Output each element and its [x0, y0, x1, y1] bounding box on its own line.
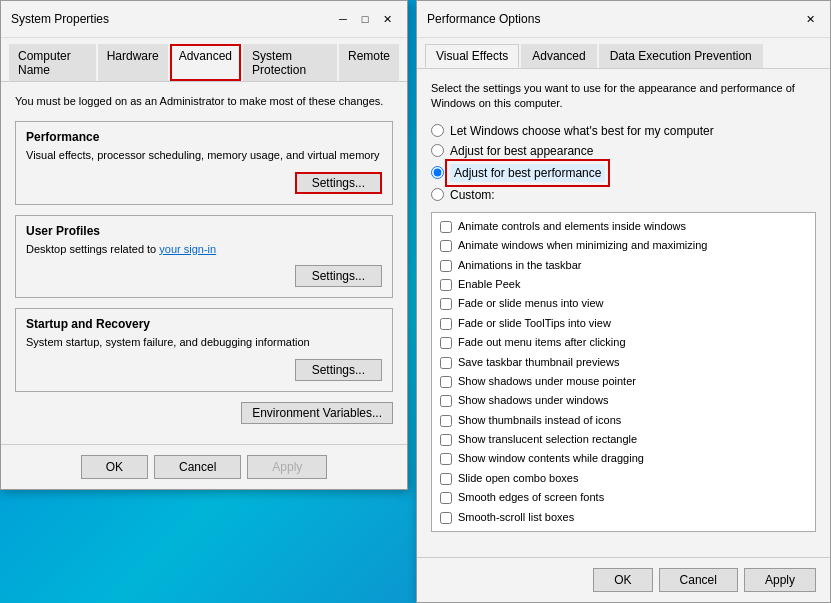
- radio-custom: Custom:: [431, 188, 816, 202]
- user-profiles-title: User Profiles: [26, 224, 382, 238]
- system-cancel-button[interactable]: Cancel: [154, 455, 241, 479]
- checkbox-11[interactable]: [440, 434, 452, 446]
- radio-best-performance-input[interactable]: [431, 166, 444, 179]
- checkbox-label-13: Slide open combo boxes: [458, 471, 578, 486]
- tab-system-protection[interactable]: System Protection: [243, 44, 337, 81]
- checkbox-item-15: Smooth-scroll list boxes: [436, 508, 811, 527]
- checkbox-8[interactable]: [440, 376, 452, 388]
- checkbox-9[interactable]: [440, 395, 452, 407]
- perf-bottom-buttons: OK Cancel Apply: [417, 557, 830, 602]
- radio-best-appearance-input[interactable]: [431, 144, 444, 157]
- checkbox-item-8: Show shadows under mouse pointer: [436, 372, 811, 391]
- checkbox-12[interactable]: [440, 453, 452, 465]
- checkbox-13[interactable]: [440, 473, 452, 485]
- performance-section-title: Performance: [26, 130, 382, 144]
- performance-options-window: Performance Options ✕ Visual Effects Adv…: [416, 0, 831, 603]
- checkbox-label-3: Enable Peek: [458, 277, 520, 292]
- perf-apply-button[interactable]: Apply: [744, 568, 816, 592]
- radio-let-windows-input[interactable]: [431, 124, 444, 137]
- checkbox-3[interactable]: [440, 279, 452, 291]
- performance-settings-button[interactable]: Settings...: [295, 172, 382, 194]
- checkbox-item-3: Enable Peek: [436, 275, 811, 294]
- checkbox-item-11: Show translucent selection rectangle: [436, 430, 811, 449]
- system-properties-title: System Properties: [11, 12, 109, 26]
- checkbox-label-14: Smooth edges of screen fonts: [458, 490, 604, 505]
- checkbox-label-0: Animate controls and elements inside win…: [458, 219, 686, 234]
- checkbox-15[interactable]: [440, 512, 452, 524]
- radio-best-performance-label: Adjust for best performance: [450, 164, 605, 182]
- perf-content: Select the settings you want to use for …: [417, 69, 830, 544]
- perf-desc: Select the settings you want to use for …: [431, 81, 816, 112]
- perf-close-button[interactable]: ✕: [800, 9, 820, 29]
- radio-best-performance: Adjust for best performance: [431, 164, 816, 182]
- visual-effects-list[interactable]: Animate controls and elements inside win…: [431, 212, 816, 532]
- checkbox-item-12: Show window contents while dragging: [436, 449, 811, 468]
- checkbox-item-0: Animate controls and elements inside win…: [436, 217, 811, 236]
- checkbox-label-5: Fade or slide ToolTips into view: [458, 316, 611, 331]
- checkbox-7[interactable]: [440, 357, 452, 369]
- checkbox-6[interactable]: [440, 337, 452, 349]
- radio-custom-label: Custom:: [450, 188, 495, 202]
- checkbox-label-15: Smooth-scroll list boxes: [458, 510, 574, 525]
- checkbox-item-13: Slide open combo boxes: [436, 469, 811, 488]
- tab-advanced-perf[interactable]: Advanced: [521, 44, 596, 68]
- checkbox-label-7: Save taskbar thumbnail previews: [458, 355, 619, 370]
- maximize-button[interactable]: □: [355, 9, 375, 29]
- checkbox-2[interactable]: [440, 260, 452, 272]
- checkbox-item-9: Show shadows under windows: [436, 391, 811, 410]
- admin-note: You must be logged on as an Administrato…: [15, 94, 393, 109]
- perf-ok-button[interactable]: OK: [593, 568, 652, 592]
- tab-computer-name[interactable]: Computer Name: [9, 44, 96, 81]
- tab-advanced[interactable]: Advanced: [170, 44, 241, 81]
- checkbox-label-6: Fade out menu items after clicking: [458, 335, 626, 350]
- perf-title-bar: Performance Options ✕: [417, 1, 830, 38]
- user-profiles-section: User Profiles Desktop settings related t…: [15, 215, 393, 298]
- checkbox-item-6: Fade out menu items after clicking: [436, 333, 811, 352]
- perf-title-controls: ✕: [800, 9, 820, 29]
- checkbox-item-10: Show thumbnails instead of icons: [436, 411, 811, 430]
- checkbox-1[interactable]: [440, 240, 452, 252]
- checkbox-16[interactable]: [440, 531, 452, 532]
- checkbox-item-14: Smooth edges of screen fonts: [436, 488, 811, 507]
- title-bar-controls: ─ □ ✕: [333, 9, 397, 29]
- perf-title: Performance Options: [427, 12, 540, 26]
- checkbox-label-11: Show translucent selection rectangle: [458, 432, 637, 447]
- close-button[interactable]: ✕: [377, 9, 397, 29]
- perf-cancel-button[interactable]: Cancel: [659, 568, 738, 592]
- checkbox-4[interactable]: [440, 298, 452, 310]
- checkbox-item-4: Fade or slide menus into view: [436, 294, 811, 313]
- radio-let-windows-label: Let Windows choose what's best for my co…: [450, 124, 714, 138]
- startup-settings-button[interactable]: Settings...: [295, 359, 382, 381]
- checkbox-0[interactable]: [440, 221, 452, 233]
- environment-variables-button[interactable]: Environment Variables...: [241, 402, 393, 424]
- tab-dep[interactable]: Data Execution Prevention: [599, 44, 763, 68]
- checkbox-label-2: Animations in the taskbar: [458, 258, 582, 273]
- radio-custom-input[interactable]: [431, 188, 444, 201]
- startup-title: Startup and Recovery: [26, 317, 382, 331]
- system-ok-button[interactable]: OK: [81, 455, 148, 479]
- checkbox-5[interactable]: [440, 318, 452, 330]
- tab-hardware[interactable]: Hardware: [98, 44, 168, 81]
- system-properties-title-bar: System Properties ─ □ ✕: [1, 1, 407, 38]
- checkbox-10[interactable]: [440, 415, 452, 427]
- checkbox-item-1: Animate windows when minimizing and maxi…: [436, 236, 811, 255]
- checkbox-item-7: Save taskbar thumbnail previews: [436, 353, 811, 372]
- radio-best-appearance: Adjust for best appearance: [431, 144, 816, 158]
- tab-remote[interactable]: Remote: [339, 44, 399, 81]
- user-profiles-desc: Desktop settings related to your sign-in: [26, 242, 382, 257]
- checkbox-label-16: Use drop shadows for icon labels on the …: [458, 529, 695, 532]
- radio-let-windows: Let Windows choose what's best for my co…: [431, 124, 816, 138]
- system-properties-window: System Properties ─ □ ✕ Computer Name Ha…: [0, 0, 408, 490]
- radio-best-appearance-label: Adjust for best appearance: [450, 144, 593, 158]
- startup-section: Startup and Recovery System startup, sys…: [15, 308, 393, 391]
- startup-desc: System startup, system failure, and debu…: [26, 335, 382, 350]
- checkbox-label-8: Show shadows under mouse pointer: [458, 374, 636, 389]
- checkbox-item-16: Use drop shadows for icon labels on the …: [436, 527, 811, 532]
- checkbox-label-4: Fade or slide menus into view: [458, 296, 604, 311]
- minimize-button[interactable]: ─: [333, 9, 353, 29]
- user-profiles-settings-button[interactable]: Settings...: [295, 265, 382, 287]
- tab-visual-effects[interactable]: Visual Effects: [425, 44, 519, 68]
- system-tabs-bar: Computer Name Hardware Advanced System P…: [1, 38, 407, 82]
- checkbox-14[interactable]: [440, 492, 452, 504]
- system-apply-button[interactable]: Apply: [247, 455, 327, 479]
